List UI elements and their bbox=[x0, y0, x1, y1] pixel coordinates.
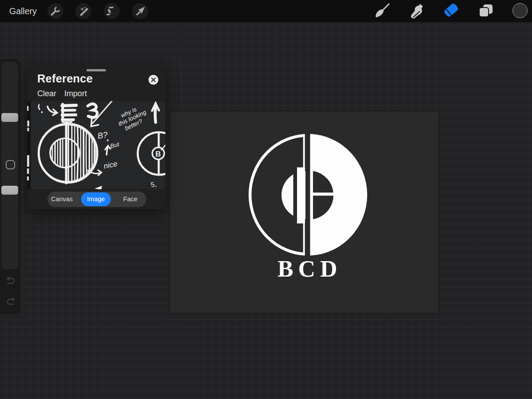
svg-text:5,: 5, bbox=[150, 180, 157, 188]
svg-text:B?: B? bbox=[97, 130, 109, 141]
svg-text:B: B bbox=[156, 150, 161, 158]
